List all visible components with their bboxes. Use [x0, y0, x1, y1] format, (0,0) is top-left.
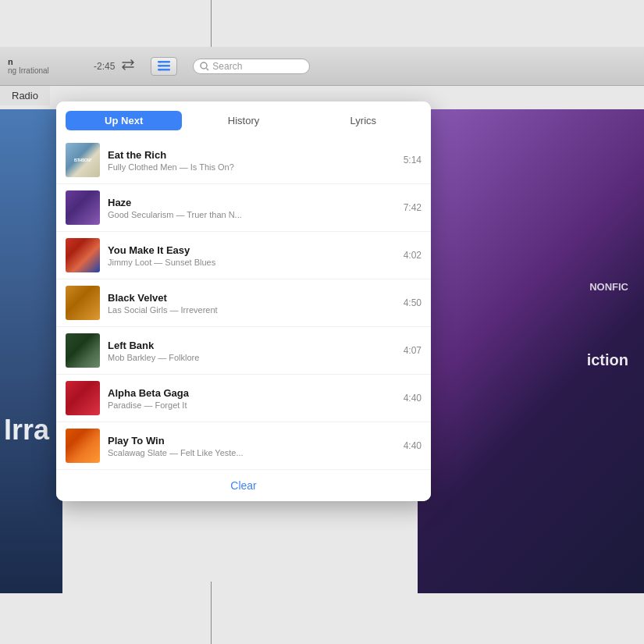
track-info: Left BankMob Barkley — Folklore — [108, 340, 396, 362]
track-title: Play To Win — [108, 435, 396, 447]
track-title: Black Velvet — [108, 292, 396, 304]
track-subtitle: Jimmy Loot — Sunset Blues — [108, 258, 396, 267]
track-subtitle: Scalawag Slate — Felt Like Yeste... — [108, 448, 396, 457]
clear-button[interactable]: Clear — [56, 470, 431, 501]
track-info: Black VelvetLas Social Girls — Irreveren… — [108, 292, 396, 315]
track-title: Alpha Beta Gaga — [108, 387, 396, 399]
svg-point-3 — [159, 61, 162, 63]
track-duration: 4:02 — [404, 250, 422, 261]
track-item[interactable]: HazeGood Secularism — Truer than N...7:4… — [56, 184, 431, 232]
tab-up-next[interactable]: Up Next — [66, 111, 182, 130]
track-subtitle: Good Secularism — Truer than N... — [108, 210, 396, 219]
track-art-7 — [66, 429, 100, 463]
tab-history[interactable]: History — [185, 111, 301, 130]
top-bar: n ng Irrational -2:45 Search — [0, 47, 644, 86]
track-duration: 7:42 — [404, 202, 422, 213]
track-info: Eat the RichFully Clothed Men — Is This … — [108, 149, 396, 172]
track-art-4 — [66, 286, 100, 320]
track-title: Haze — [108, 197, 396, 208]
track-subtitle: Mob Barkley — Folklore — [108, 353, 396, 362]
track-art-2 — [66, 190, 100, 225]
track-item[interactable]: Left BankMob Barkley — Folklore4:07 — [56, 327, 431, 375]
track-info: HazeGood Secularism — Truer than N... — [108, 197, 396, 219]
track-subtitle: Las Social Girls — Irreverent — [108, 305, 396, 315]
search-bar[interactable]: Search — [193, 59, 310, 74]
track-item[interactable]: ISTHISON?Eat the RichFully Clothed Men —… — [56, 137, 431, 184]
track-title: Left Bank — [108, 340, 396, 351]
queue-popup: Up Next History Lyrics ISTHISON?Eat the … — [56, 101, 431, 501]
track-subtitle: Fully Clothed Men — Is This On? — [108, 162, 396, 172]
track-art-1: ISTHISON? — [66, 143, 100, 177]
tabs-container: Up Next History Lyrics — [56, 101, 431, 137]
track-item[interactable]: You Make It EasyJimmy Loot — Sunset Blue… — [56, 232, 431, 279]
track-duration: 4:50 — [404, 297, 422, 308]
track-duration: 4:07 — [404, 345, 422, 356]
track-item[interactable]: Black VelvetLas Social Girls — Irreveren… — [56, 279, 431, 327]
track-title: Eat the Rich — [108, 149, 396, 161]
track-info: Play To WinScalawag Slate — Felt Like Ye… — [108, 435, 396, 457]
connector-line-bottom — [211, 582, 212, 644]
svg-point-5 — [159, 69, 162, 71]
track-duration: 4:40 — [404, 440, 422, 451]
tab-lyrics[interactable]: Lyrics — [305, 111, 422, 130]
track-art-3 — [66, 238, 100, 272]
now-playing-info: n ng Irrational — [8, 57, 70, 75]
current-track-artist: ng Irrational — [8, 66, 70, 75]
track-list: ISTHISON?Eat the RichFully Clothed Men —… — [56, 137, 431, 470]
track-item[interactable]: Alpha Beta GagaParadise — Forget It4:40 — [56, 375, 431, 422]
track-info: You Make It EasyJimmy Loot — Sunset Blue… — [108, 244, 396, 267]
queue-button[interactable] — [151, 57, 177, 76]
nonfiction-text: NONFIC — [589, 281, 628, 293]
repeat-icon[interactable] — [121, 59, 135, 73]
svg-point-4 — [159, 65, 162, 67]
track-title: You Make It Easy — [108, 244, 396, 256]
track-art-5 — [66, 333, 100, 368]
track-duration: 5:14 — [404, 155, 422, 165]
search-placeholder: Search — [212, 61, 242, 72]
bg-art-left — [0, 109, 62, 593]
track-info: Alpha Beta GagaParadise — Forget It — [108, 387, 396, 410]
current-track-name: n — [8, 57, 70, 66]
track-time: -2:45 — [94, 61, 115, 72]
track-item[interactable]: Play To WinScalawag Slate — Felt Like Ye… — [56, 422, 431, 470]
irra-text: Irra — [4, 414, 49, 447]
track-art-6 — [66, 381, 100, 415]
svg-line-7 — [207, 68, 209, 70]
fiction-text: iction — [587, 351, 628, 369]
connector-line-top — [211, 0, 212, 48]
radio-tab[interactable]: Radio — [0, 86, 50, 105]
svg-point-6 — [201, 62, 207, 69]
track-duration: 4:40 — [404, 393, 422, 404]
track-subtitle: Paradise — Forget It — [108, 400, 396, 410]
